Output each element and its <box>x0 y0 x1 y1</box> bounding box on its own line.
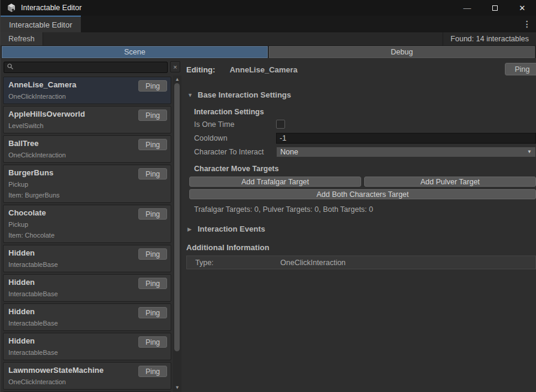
add-both-targets-button[interactable]: Add Both Characters Target <box>189 189 536 199</box>
item-type: InteractableBase <box>8 290 166 298</box>
close-button[interactable]: ✕ <box>508 0 536 16</box>
item-type: InteractableBase <box>8 261 166 269</box>
character-dropdown-value: None <box>280 148 298 156</box>
ping-button[interactable]: Ping <box>138 307 167 318</box>
item-type: OneClickInteraction <box>8 378 166 386</box>
editing-label: Editing: <box>186 65 215 74</box>
item-type: InteractableBase <box>8 320 166 327</box>
ping-button[interactable]: Ping <box>138 248 167 260</box>
window-title: Interactable Editor <box>21 4 81 12</box>
add-pulver-target-button[interactable]: Add Pulver Target <box>364 177 536 187</box>
foldout-closed-icon: ▶ <box>187 226 193 232</box>
tab-interactable-editor[interactable]: Interactable Editor <box>1 16 81 32</box>
item-type: Pickup <box>8 181 166 189</box>
toolbar: Refresh Found: 14 interactables <box>1 32 536 46</box>
search-input[interactable] <box>4 62 168 73</box>
editing-panel: Editing: AnneLise_Camera Ping ▼ Base Int… <box>181 58 536 392</box>
ping-selected-button[interactable]: Ping <box>505 63 536 75</box>
type-info-row: Type: OneClickInteraction <box>186 256 536 269</box>
type-value: OneClickInteraction <box>280 259 346 267</box>
list-item[interactable]: Hidden Ping InteractableBase <box>3 333 171 360</box>
maximize-icon <box>492 5 498 11</box>
view-tabs: Scene Debug <box>1 46 536 58</box>
ping-button[interactable]: Ping <box>138 336 167 348</box>
item-type: OneClickInteraction <box>8 151 166 159</box>
refresh-button[interactable]: Refresh <box>1 32 43 45</box>
chevron-down-icon: ▼ <box>527 149 532 154</box>
list-item[interactable]: Hidden Ping InteractableBase <box>3 303 171 331</box>
interactable-list: AnneLise_Camera Ping OneClickInteraction… <box>1 75 173 392</box>
interaction-events-foldout[interactable]: ▶ Interaction Events <box>186 224 536 233</box>
item-type: OneClickInteraction <box>8 93 166 101</box>
foldout-open-icon: ▼ <box>187 92 193 98</box>
tab-label: Interactable Editor <box>9 20 72 29</box>
app-cube-icon <box>7 3 16 13</box>
character-dropdown[interactable]: None ▼ <box>276 147 536 157</box>
ping-button[interactable]: Ping <box>138 278 167 289</box>
scroll-up-icon[interactable]: ▲ <box>173 75 181 83</box>
targets-summary: Trafalgar Targets: 0, Pulver Targets: 0,… <box>186 205 536 214</box>
editing-target-name: AnneLise_Camera <box>229 65 297 74</box>
cooldown-field[interactable]: -1 <box>276 133 536 144</box>
interaction-settings-header: Interaction Settings <box>194 108 536 116</box>
tab-debug[interactable]: Debug <box>269 46 535 58</box>
scroll-down-icon[interactable]: ▼ <box>173 384 181 391</box>
cooldown-label: Cooldown <box>194 134 276 142</box>
add-trafalgar-target-button[interactable]: Add Trafalgar Target <box>189 177 361 187</box>
item-type: InteractableBase <box>8 349 166 357</box>
kebab-menu-icon[interactable]: ⋮ <box>518 19 536 29</box>
character-to-interact-label: Character To Interact <box>194 148 276 156</box>
list-item[interactable]: AnneLise_Camera Ping OneClickInteraction <box>3 77 171 104</box>
found-count-label: Found: 14 interactables <box>443 32 536 45</box>
item-detail: Item: Chocolate <box>8 232 166 239</box>
list-item[interactable]: AppleHillsOverworld Ping LevelSwitch <box>3 106 171 133</box>
list-item[interactable]: Chocolate Ping Pickup Item: Chocolate <box>3 205 171 243</box>
tab-scene[interactable]: Scene <box>2 46 268 58</box>
is-one-time-checkbox[interactable] <box>276 120 285 129</box>
type-label: Type: <box>187 259 280 267</box>
list-item[interactable]: LawnmowerStateMachine Ping OneClickInter… <box>3 362 171 390</box>
scene-list-panel: × AnneLise_Camera Ping OneClickInteracti… <box>1 58 181 392</box>
is-one-time-label: Is One Time <box>194 120 276 129</box>
ping-button[interactable]: Ping <box>138 110 167 121</box>
move-targets-header: Character Move Targets <box>194 165 536 173</box>
maximize-button[interactable] <box>481 0 508 16</box>
ping-button[interactable]: Ping <box>138 139 167 150</box>
item-detail: Item: BurgerBuns <box>8 192 166 199</box>
list-scrollbar[interactable]: ▲ ▼ <box>173 75 181 392</box>
item-type: Pickup <box>8 221 166 229</box>
search-clear-button[interactable]: × <box>170 61 180 72</box>
ping-button[interactable]: Ping <box>138 366 167 377</box>
title-bar: Interactable Editor — ✕ <box>1 0 536 16</box>
search-icon <box>7 63 14 70</box>
base-settings-label: Base Interaction Settings <box>198 90 291 99</box>
list-item[interactable]: Hidden Ping InteractableBase <box>3 245 171 272</box>
list-item[interactable]: BurgerBuns Ping Pickup Item: BurgerBuns <box>3 165 171 203</box>
ping-button[interactable]: Ping <box>138 208 167 220</box>
list-item[interactable]: Hidden Ping InteractableBase <box>3 274 171 302</box>
minimize-button[interactable]: — <box>453 0 481 16</box>
ping-button[interactable]: Ping <box>138 168 167 180</box>
interaction-events-label: Interaction Events <box>198 224 265 233</box>
list-item[interactable]: BallTree Ping OneClickInteraction <box>3 135 171 163</box>
ping-button[interactable]: Ping <box>138 80 167 92</box>
scrollbar-thumb[interactable] <box>174 83 180 351</box>
item-type: LevelSwitch <box>8 122 166 130</box>
editor-tab-strip: Interactable Editor ⋮ <box>1 16 536 32</box>
base-settings-foldout[interactable]: ▼ Base Interaction Settings <box>186 90 536 99</box>
additional-information-header: Additional Information <box>186 243 536 252</box>
